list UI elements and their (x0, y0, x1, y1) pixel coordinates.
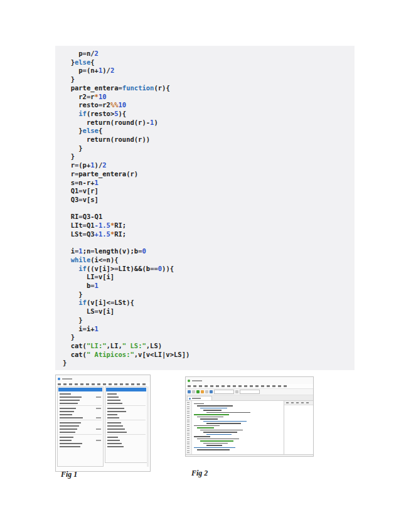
fig2-code-row (194, 425, 220, 427)
code-line: return(round(r)) (63, 136, 355, 144)
code-line: } (63, 75, 355, 84)
fig2-line-numbers (186, 401, 192, 454)
code-line: p=(n+1)/2 (63, 66, 355, 75)
code-line: LSt=Q3+1.5*RI; (63, 230, 355, 239)
fig2-tab-bar (186, 395, 313, 401)
fig1-caption: Fig 1 (61, 470, 77, 479)
fig1-menu-bar (58, 383, 148, 385)
code-line: }else{ (63, 58, 355, 67)
code-line: i=1;n=length(v);b=0 (63, 247, 355, 256)
fig1-submenu-rows (105, 392, 147, 448)
fig2-code-row (197, 449, 230, 450)
code-line: r=(p+1)/2 (63, 161, 355, 170)
code-line: }else{ (63, 127, 355, 136)
code-line: i=i+1 (63, 325, 355, 334)
fig2-caption: Fig 2 (191, 469, 208, 478)
fig2-code-row (194, 403, 204, 405)
code-line: p=n/2 (63, 50, 355, 58)
code-line: } (63, 316, 355, 325)
fig2-menu-bar (188, 385, 288, 387)
fig2-code-row (203, 443, 228, 444)
code-line: } (63, 152, 355, 161)
toolbar-icon (205, 390, 208, 393)
code-line: Q3=v[s] (63, 196, 355, 205)
document-page: p=n/2 }else{ p=(n+1)/2 } parte_entera=fu… (0, 0, 411, 532)
tab-label (192, 398, 201, 399)
tab-icon (189, 398, 191, 400)
fig2-editor-area (186, 401, 313, 454)
toolbar-icon (201, 390, 204, 393)
fig2-code-row (197, 417, 223, 418)
fig2-code-row (203, 432, 237, 433)
fig2-titlebar (186, 377, 313, 384)
code-line: } (63, 359, 355, 368)
fig2-code-row (197, 427, 214, 428)
fig2-code-row (200, 418, 218, 420)
fig2-code-row (197, 405, 233, 407)
fig1-highlighted-menu-item (58, 388, 102, 391)
fig1-dropdown-menu (57, 386, 104, 467)
fig2-code-row (194, 447, 235, 449)
fig2-code-row (194, 436, 210, 437)
code-line (63, 205, 355, 213)
fig2-code-row (206, 412, 250, 413)
code-line (63, 238, 355, 247)
code-line: } (63, 290, 355, 299)
code-line: r2=r*10 (63, 93, 355, 102)
toolbar-input (214, 390, 234, 394)
fig2-toolbar (186, 388, 313, 395)
toolbar-icon (192, 390, 195, 393)
code-line: LS=v[i] (63, 307, 355, 316)
fig2-side-panel (284, 401, 313, 454)
app-icon (58, 378, 60, 380)
fig2-panel-header (284, 401, 313, 405)
code-lines: p=n/2 }else{ p=(n+1)/2 } parte_entera=fu… (63, 50, 355, 368)
app-icon (188, 380, 190, 382)
fig2-window-title (192, 380, 202, 381)
fig2-code-row (203, 410, 222, 411)
fig2-code-row (200, 408, 227, 409)
code-line: cat(" Atipicos:",v[v<LI|v>LS]) (63, 351, 355, 359)
fig1-screenshot (55, 375, 151, 472)
code-line: } (63, 333, 355, 342)
fig2-code-row (206, 423, 241, 424)
toolbar-icon (196, 390, 200, 393)
code-line: resto=r2%%10 (63, 101, 355, 110)
fig2-code-row (206, 434, 232, 435)
fig2-status-bar (186, 454, 313, 457)
code-line: cat("LI:",LI," LS:",LS) (63, 342, 355, 351)
fig2-code-row (206, 445, 222, 446)
code-line: if(resto>5){ (63, 110, 355, 119)
fig2-code-row (194, 414, 229, 415)
fig1-scrollbar (147, 386, 149, 467)
code-line: while(i<=n){ (63, 256, 355, 265)
fig1-window-title (62, 378, 72, 380)
code-line: if((v[i]>=LIt)&&(b==0)){ (63, 265, 355, 274)
code-line: return(round(r)-1) (63, 119, 355, 127)
fig1-menu-area (56, 386, 150, 471)
code-line: LI=v[i] (63, 273, 355, 282)
code-line: } (63, 144, 355, 153)
toolbar-input (240, 390, 260, 394)
fig2-code-row (197, 439, 239, 440)
code-line: b=1 (63, 282, 355, 290)
fig1-highlighted-submenu-item (106, 388, 146, 391)
fig2-screenshot (185, 376, 314, 457)
fig1-titlebar (56, 375, 150, 382)
toolbar-icon (210, 390, 213, 393)
fig1-menu-rows (58, 392, 103, 448)
code-line: LIt=Q1-1.5*RI; (63, 221, 355, 230)
fig2-code-row (200, 430, 243, 431)
code-line: s=n-r+1 (63, 179, 355, 188)
toolbar-icon (188, 390, 191, 393)
fig2-code-row (200, 440, 233, 442)
code-line: Q1=v[r] (63, 187, 355, 196)
fig2-code-row (203, 421, 247, 422)
toolbar-icon (235, 390, 238, 393)
code-line: r=parte_entera(r) (63, 170, 355, 179)
code-line: parte_entera=function(r){ (63, 84, 355, 93)
code-block: p=n/2 }else{ p=(n+1)/2 } parte_entera=fu… (55, 46, 355, 370)
fig2-editor-tab (187, 396, 212, 400)
code-line: RI=Q3-Q1 (63, 213, 355, 221)
fig1-submenu (105, 386, 147, 463)
